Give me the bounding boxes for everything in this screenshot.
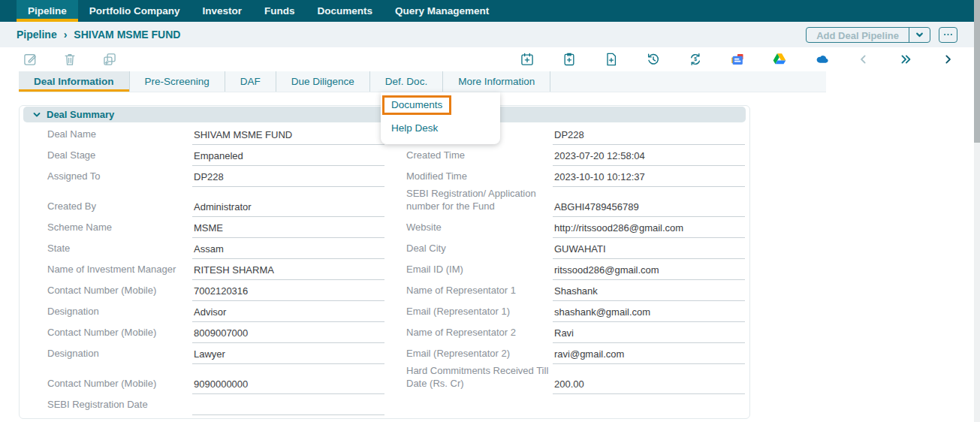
record-tab[interactable]: DAF [225, 71, 276, 92]
record-tab[interactable]: Due Diligence [276, 71, 370, 92]
breadcrumb-section[interactable]: Pipeline [17, 29, 57, 41]
field-value[interactable]: ravi@gmail.com [553, 343, 745, 364]
tab-label: Due Diligence [291, 76, 354, 87]
field-value[interactable]: MSME [192, 217, 384, 238]
add-deal-pipeline-label: Add Deal Pipeline [807, 28, 909, 42]
field-label: Email (Representator 1) [406, 301, 553, 322]
more-options-button[interactable] [939, 27, 957, 43]
field-label: Name of Representator 1 [406, 280, 553, 301]
add-deal-pipeline-button[interactable]: Add Deal Pipeline [806, 27, 930, 43]
record-tab[interactable]: Pre-Screening [130, 71, 225, 92]
nav-item-label: Documents [318, 5, 373, 17]
field-value[interactable]: 2023-10-10 10:12:37 [553, 166, 745, 187]
field-value[interactable]: SHIVAM MSME FUND [192, 124, 384, 145]
field-value[interactable]: ritssood286@gmail.com [553, 259, 745, 280]
form-field-row: Scheme Name MSME [47, 217, 384, 238]
field-value[interactable] [192, 394, 384, 415]
edit-icon[interactable] [23, 52, 38, 67]
duplicate-deal-icon[interactable] [102, 52, 117, 67]
field-value[interactable]: Empaneled [192, 145, 384, 166]
top-navbar: Pipeline Portfolio Company Investor Fund… [0, 0, 980, 22]
nav-item[interactable]: Query Management [384, 0, 500, 22]
nav-item[interactable]: Pipeline [17, 0, 78, 22]
field-value[interactable]: DP228 [192, 166, 384, 187]
google-news-icon[interactable] [730, 52, 745, 67]
field-label: Deal Stage [47, 145, 192, 166]
next-record-icon[interactable] [940, 52, 955, 67]
field-value[interactable]: Ravi [553, 322, 745, 343]
menu-item[interactable]: Help Desk [381, 117, 500, 139]
field-value[interactable]: 9090000000 [192, 364, 384, 394]
form-field-row: Modified Time 2023-10-10 10:12:37 [406, 166, 745, 187]
field-label: Assigned To [47, 166, 192, 187]
field-value[interactable]: Lawyer [192, 343, 384, 364]
form-field-row: SEBI Registration Date [47, 394, 384, 415]
field-value[interactable]: 200.00 [553, 364, 745, 394]
form-field-row: Hard Commitments Received Till Date (Rs.… [406, 364, 745, 394]
record-tab[interactable]: Def. Doc. [370, 71, 443, 92]
form-field-row: Contact Number (Mobile) 8009007000 [47, 322, 384, 343]
form-field-row: Created Time 2023-07-20 12:58:04 [406, 145, 745, 166]
form-field-row: Deal Stage Empaneled [47, 145, 384, 166]
deal-summary-form: Deal Name SHIVAM MSME FUND Deal Stage Em… [20, 122, 749, 415]
field-value[interactable]: Assam [192, 238, 384, 259]
tab-label: Deal Information [34, 76, 114, 87]
nav-item-label: Funds [264, 5, 295, 17]
skip-records-icon[interactable] [898, 52, 913, 67]
field-value[interactable]: Shashank [553, 280, 745, 301]
more-information-menu: Documents Help Desk [381, 92, 500, 144]
sync-currency-icon[interactable]: $ [688, 52, 703, 67]
field-value[interactable]: 2023-07-20 12:58:04 [553, 145, 745, 166]
form-field-row: Email ID (IM) ritssood286@gmail.com [406, 259, 745, 280]
add-event-icon[interactable] [520, 52, 535, 67]
form-field-row: Created By Administrator [47, 187, 384, 217]
nav-item[interactable]: Documents [306, 0, 384, 22]
field-value[interactable]: shashank@gmail.com [553, 301, 745, 322]
field-value[interactable]: Administrator [192, 187, 384, 217]
form-field-row: Assigned To DP228 [47, 166, 384, 187]
field-label: Email ID (IM) [406, 259, 553, 280]
field-value[interactable]: GUWAHATI [553, 238, 745, 259]
field-label: Contact Number (Mobile) [47, 280, 192, 301]
field-value[interactable]: Advisor [192, 301, 384, 322]
field-value[interactable]: RITESH SHARMA [192, 259, 384, 280]
google-drive-icon[interactable] [772, 52, 787, 67]
field-label: Created By [47, 187, 192, 217]
field-value[interactable]: 8009007000 [192, 322, 384, 343]
form-field-row: Email (Representator 1) shashank@gmail.c… [406, 301, 745, 322]
menu-item[interactable]: Documents [381, 95, 500, 117]
deal-detail-card: Deal Summary Deal Name SHIVAM MSME FUND … [19, 105, 750, 419]
onedrive-icon[interactable] [814, 52, 829, 67]
section-title: Deal Summary [47, 109, 114, 120]
previous-record-icon[interactable] [856, 52, 871, 67]
menu-item-label: Documents [382, 95, 451, 115]
field-value[interactable]: ABGHI4789456789 [553, 187, 745, 217]
field-label: Designation [47, 343, 192, 364]
chevron-down-icon[interactable] [909, 28, 930, 42]
nav-item[interactable]: Investor [191, 0, 254, 22]
toolbar-right-group: $ [520, 52, 955, 67]
nav-item[interactable]: Portfolio Company [78, 0, 191, 22]
add-task-icon[interactable] [562, 52, 577, 67]
form-field-row: SEBI Registration/ Application number fo… [406, 187, 745, 217]
vertical-scrollbar[interactable] [974, 0, 980, 422]
add-document-icon[interactable] [604, 52, 619, 67]
form-field-row: Name of Representator 1 Shashank [406, 280, 745, 301]
form-column-right: DP228 Created Time 2023-07-20 12:58:04 M… [406, 124, 745, 415]
field-value[interactable]: http://ritssood286@gmail.com [553, 217, 745, 238]
delete-icon[interactable] [62, 52, 77, 67]
form-field-row: Designation Lawyer [47, 343, 384, 364]
record-tab[interactable]: Deal Information [19, 71, 130, 92]
form-field-row: Name of Representator 2 Ravi [406, 322, 745, 343]
nav-item[interactable]: Funds [253, 0, 306, 22]
form-field-row: Website http://ritssood286@gmail.com [406, 217, 745, 238]
field-label: Modified Time [406, 166, 553, 187]
form-field-row: Contact Number (Mobile) 9090000000 [47, 364, 384, 394]
field-value[interactable]: DP228 [553, 124, 745, 145]
field-label: Deal Name [47, 124, 192, 145]
field-value[interactable]: 7002120316 [192, 280, 384, 301]
scrollbar-thumb[interactable] [974, 0, 980, 143]
record-tab[interactable]: More Information [443, 71, 550, 92]
tab-label: Pre-Screening [145, 76, 210, 87]
history-icon[interactable] [646, 52, 661, 67]
